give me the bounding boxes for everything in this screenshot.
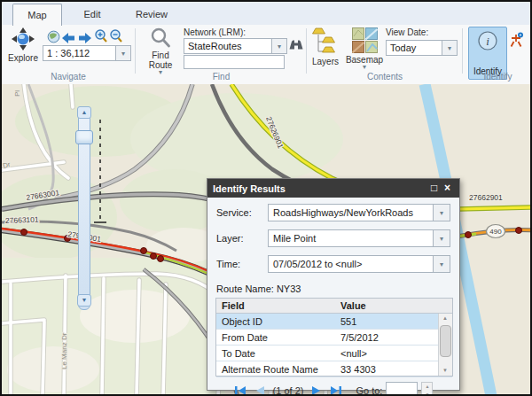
find-route-button[interactable]: Find Route ▾ (142, 27, 179, 75)
route-name-value: NY33 (277, 283, 301, 294)
time-label: Time: (216, 259, 268, 269)
table-scrollbar[interactable]: ▲ ▼ (438, 314, 452, 376)
zoom-out-slider-button[interactable]: ▼ (77, 294, 91, 307)
street-label: Le Manz Dr (60, 332, 68, 369)
identify-results-dialog: Identify Results □ × Service: RoadsHighw… (207, 178, 460, 391)
close-icon[interactable]: × (441, 179, 454, 198)
route-name-row: Route Name: NY33 (216, 283, 301, 294)
basemap-button[interactable]: Basemap ▾ (347, 27, 382, 70)
explore-button[interactable]: Explore (5, 27, 41, 63)
scroll-up-icon[interactable]: ▲ (439, 314, 451, 323)
find-route-magnifier-icon (150, 27, 171, 50)
route-name-label: Route Name: (216, 283, 274, 294)
binoculars-icon[interactable] (289, 38, 303, 54)
next-page-button[interactable] (311, 385, 322, 396)
zoom-in-slider-button[interactable]: ▲ (77, 106, 91, 119)
spinner-up-icon[interactable]: ▲ (422, 383, 432, 391)
time-value: 07/05/2012 to <null> (269, 256, 433, 272)
dialog-titlebar[interactable]: Identify Results □ × (207, 179, 459, 198)
layer-combobox[interactable]: Mile Point ▾ (268, 229, 450, 247)
last-page-button[interactable] (330, 385, 342, 396)
view-date-value: Today (387, 41, 442, 55)
service-combobox[interactable]: RoadsHighways/NewYorkRoads ▾ (268, 204, 450, 221)
first-page-button[interactable] (234, 385, 246, 396)
service-row: Service: RoadsHighways/NewYorkRoads ▾ (216, 205, 450, 221)
scroll-down-icon[interactable]: ▼ (439, 366, 451, 376)
scrollbar-thumb[interactable] (440, 325, 451, 357)
maximize-icon[interactable]: □ (427, 179, 441, 198)
app-window: Map Edit Review Explore (0, 0, 532, 396)
chevron-down-icon[interactable]: ▾ (115, 46, 130, 60)
field-cell: To Date (216, 348, 335, 359)
value-cell: 33 4303 (335, 364, 452, 375)
chevron-down-icon[interactable]: ▾ (433, 256, 450, 272)
chevron-down-icon[interactable]: ▾ (442, 41, 457, 55)
tab-edit[interactable]: Edit (67, 4, 117, 24)
table-row[interactable]: Alternate Route Name 33 4303 (216, 361, 452, 377)
layers-label: Layers (312, 57, 339, 66)
group-divider (306, 28, 307, 74)
chevron-down-icon[interactable]: ▾ (433, 205, 450, 221)
find-route-label-1: Find (152, 50, 168, 60)
map-zoom-slider: ▲ ▼ (77, 106, 90, 308)
dialog-title-text: Identify Results (213, 183, 427, 194)
route-shield-490: 490 (487, 225, 505, 238)
value-cell: <null> (335, 348, 452, 359)
ribbon-tabbar: Map Edit Review (2, 2, 530, 26)
table-row[interactable]: To Date <null> (216, 346, 452, 361)
group-divider (462, 28, 463, 74)
time-combobox[interactable]: 07/05/2012 to <null> ▾ (268, 255, 450, 273)
network-lrm-label: Network (LRM): (184, 27, 246, 37)
map-scale-value: 1 : 36,112 (43, 46, 115, 60)
street-label: Pl (13, 90, 21, 97)
tab-map[interactable]: Map (12, 4, 62, 26)
route-label: 27663101 (5, 215, 39, 225)
table-row[interactable]: From Date 7/5/2012 (216, 330, 452, 346)
navigate-group-label: Navigate (5, 72, 131, 82)
time-row: Time: 07/05/2012 to <null> ▾ (216, 256, 450, 272)
chevron-down-icon[interactable]: ▾ (271, 39, 286, 53)
goto-group: Go to: ▲ ▼ (356, 382, 433, 396)
previous-page-button[interactable] (254, 385, 265, 396)
goto-label: Go to: (356, 385, 382, 396)
layers-button[interactable]: Layers (310, 27, 340, 66)
identify-group-label: Identify (462, 72, 532, 82)
field-column-header: Field (216, 300, 335, 311)
chevron-down-icon[interactable]: ▾ (433, 230, 450, 246)
view-date-combobox[interactable]: Today ▾ (386, 40, 458, 56)
ribbon: Explore (2, 25, 530, 84)
goto-spinner[interactable]: ▲ ▼ (421, 382, 433, 396)
zoom-in-icon[interactable] (94, 29, 108, 47)
route-search-input[interactable] (184, 55, 285, 69)
table-row[interactable]: Object ID 551 (216, 314, 452, 330)
explore-compass-icon (11, 27, 35, 53)
layer-value: Mile Point (269, 230, 433, 246)
find-group-label: Find (139, 72, 303, 82)
pagination-bar: (1 of 2) Go to: ▲ ▼ (207, 380, 459, 396)
view-date-label: View Date: (386, 27, 428, 37)
layer-label: Layer: (216, 233, 268, 244)
zoom-out-icon[interactable] (109, 29, 123, 47)
svg-text:490: 490 (489, 228, 502, 236)
page-indicator: (1 of 2) (273, 385, 304, 396)
zoom-slider-handle[interactable] (75, 130, 93, 144)
field-cell: Object ID (216, 316, 335, 327)
attribute-table: Field Value Object ID 551 From Date 7/5/… (215, 298, 453, 377)
contents-group-label: Contents (310, 72, 459, 82)
value-cell: 551 (335, 316, 452, 327)
identify-route-pin-icon[interactable] (509, 32, 524, 51)
map-scale-combobox[interactable]: 1 : 36,112 ▾ (43, 45, 131, 61)
field-cell: Alternate Route Name (216, 364, 335, 375)
value-column-header: Value (335, 300, 452, 311)
service-value: RoadsHighways/NewYorkRoads (269, 205, 433, 221)
goto-page-input[interactable] (386, 382, 418, 396)
basemap-icon (352, 27, 378, 55)
spinner-down-icon[interactable]: ▼ (422, 391, 432, 396)
tab-review[interactable]: Review (124, 4, 179, 24)
network-lrm-value: StateRoutes (184, 39, 271, 53)
table-header-row: Field Value (216, 299, 452, 314)
explore-label: Explore (8, 53, 38, 63)
group-divider (135, 28, 136, 74)
network-lrm-combobox[interactable]: StateRoutes ▾ (184, 38, 287, 54)
field-cell: From Date (216, 332, 335, 343)
